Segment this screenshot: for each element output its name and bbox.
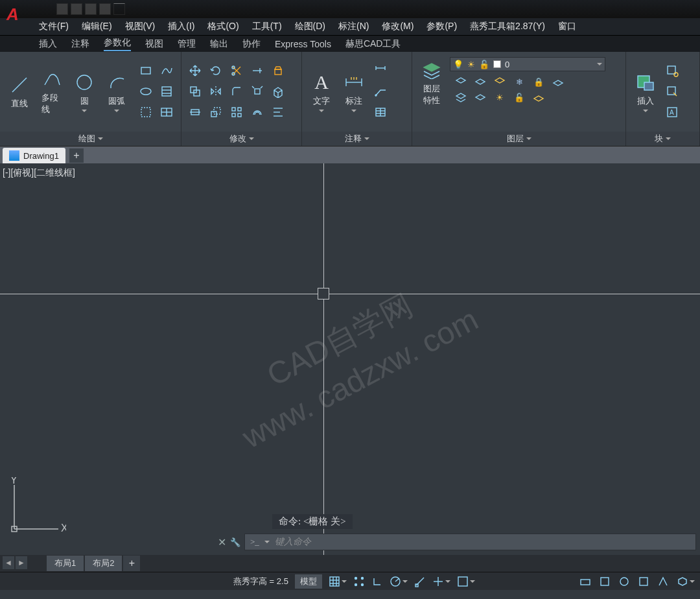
status-anno-icon[interactable]: [657, 576, 669, 587]
command-input[interactable]: >_ 键入命令: [244, 534, 696, 550]
tool-polyline[interactable]: 多段线: [38, 66, 66, 118]
tool-offset-icon[interactable]: [249, 104, 266, 121]
tab-annotate[interactable]: 注释: [71, 38, 89, 50]
tool-hatch-icon[interactable]: [158, 83, 175, 100]
tool-ellipse-icon[interactable]: [137, 83, 154, 100]
new-doc-button[interactable]: +: [69, 148, 84, 163]
layer-walk-icon[interactable]: [473, 91, 487, 104]
text-dropdown-icon[interactable]: [319, 110, 324, 112]
tool-text[interactable]: A 文字: [307, 69, 336, 115]
tab-output[interactable]: 输出: [210, 38, 228, 50]
panel-block-expand-icon[interactable]: [666, 137, 671, 140]
qat-save-icon[interactable]: [85, 3, 97, 15]
tool-dimension[interactable]: 标注: [340, 69, 368, 115]
tool-trim-icon[interactable]: [228, 62, 245, 79]
tool-scale-icon[interactable]: [207, 104, 224, 121]
qat-share-icon[interactable]: [99, 3, 111, 15]
menu-modify[interactable]: 修改(M): [382, 21, 414, 32]
status-ws-icon[interactable]: [638, 576, 649, 587]
panel-draw-expand-icon[interactable]: [98, 137, 103, 140]
qat-new-icon[interactable]: [56, 3, 68, 15]
tool-spline-icon[interactable]: [158, 62, 175, 79]
tool-box-icon[interactable]: [270, 83, 286, 100]
dim-dropdown-icon[interactable]: [351, 110, 356, 112]
qat-open-icon[interactable]: [71, 3, 82, 15]
layer-on-icon[interactable]: [531, 91, 546, 104]
menu-tools[interactable]: 工具(T): [252, 21, 282, 32]
tab-hesi[interactable]: 赫思CAD工具: [345, 38, 401, 50]
tool-mirror-icon[interactable]: [207, 83, 224, 100]
tool-copy-icon[interactable]: [187, 83, 204, 100]
tab-manage[interactable]: 管理: [178, 38, 196, 50]
cmdline-config-icon[interactable]: 🔧: [230, 537, 240, 547]
layer-unlock2-icon[interactable]: 🔓: [512, 91, 526, 104]
tool-circle[interactable]: 圆: [70, 69, 99, 115]
status-ortho-icon[interactable]: [371, 576, 383, 587]
tool-leader-icon[interactable]: [372, 62, 389, 79]
status-lwt-icon[interactable]: [457, 576, 475, 587]
tool-region-icon[interactable]: [137, 104, 154, 121]
viewport-label[interactable]: [-][俯视][二维线框]: [3, 167, 75, 179]
menu-draw[interactable]: 绘图(D): [295, 21, 325, 32]
arc-dropdown-icon[interactable]: [114, 110, 119, 112]
menu-insert[interactable]: 插入(I): [168, 21, 194, 32]
tool-explode-icon[interactable]: [249, 83, 266, 100]
status-grid-icon[interactable]: [329, 576, 347, 587]
status-dyn-icon[interactable]: [579, 576, 591, 587]
status-model-button[interactable]: 模型: [295, 574, 322, 589]
layer-off-icon[interactable]: [551, 75, 565, 88]
tab-insert[interactable]: 插入: [39, 38, 57, 50]
layer-combo-dropdown-icon[interactable]: [597, 63, 602, 65]
tab-view[interactable]: 视图: [145, 38, 163, 50]
cmdline-close-icon[interactable]: ✕: [218, 536, 226, 548]
layout-tab-1[interactable]: 布局1: [47, 556, 84, 571]
tab-express[interactable]: Express Tools: [275, 39, 331, 49]
menu-file[interactable]: 文件(F): [39, 21, 69, 32]
tool-create-block-icon[interactable]: [664, 62, 681, 79]
menu-window[interactable]: 窗口: [558, 21, 576, 32]
tool-rotate-icon[interactable]: [207, 62, 224, 79]
tool-erase-icon[interactable]: [270, 62, 286, 79]
tab-parametric[interactable]: 参数化: [104, 37, 131, 51]
tab-collab[interactable]: 协作: [242, 38, 261, 50]
tool-move-icon[interactable]: [187, 62, 204, 79]
layer-match-icon[interactable]: [454, 75, 468, 88]
tool-layer-properties[interactable]: 图层 特性: [417, 57, 446, 109]
status-otrack-icon[interactable]: [432, 576, 450, 587]
tool-insert-block[interactable]: 插入: [631, 69, 660, 115]
layer-previous-icon[interactable]: [473, 75, 487, 88]
menu-format[interactable]: 格式(O): [207, 21, 239, 32]
tool-mleader-icon[interactable]: [372, 83, 389, 100]
layer-thaw-icon[interactable]: ☀: [493, 91, 507, 104]
layer-freeze-icon[interactable]: ❄: [512, 75, 526, 88]
menu-dimension[interactable]: 标注(N): [338, 21, 369, 32]
tool-rectangle-icon[interactable]: [137, 62, 154, 79]
tool-stretch-icon[interactable]: [187, 104, 204, 121]
tool-align-icon[interactable]: [270, 104, 286, 121]
menu-param[interactable]: 参数(P): [426, 21, 457, 32]
status-text-height[interactable]: 燕秀字高 = 2.5: [233, 576, 288, 587]
tool-table2-icon[interactable]: [372, 104, 389, 121]
layout-tab-2[interactable]: 布局2: [85, 556, 122, 571]
status-sc-icon[interactable]: [618, 576, 630, 587]
tool-array-icon[interactable]: [228, 104, 245, 121]
tool-fillet-icon[interactable]: [228, 83, 245, 100]
tool-edit-block-icon[interactable]: [664, 83, 681, 100]
circle-dropdown-icon[interactable]: [82, 110, 87, 112]
status-polar-icon[interactable]: [390, 576, 408, 587]
tool-attr-icon[interactable]: A: [664, 104, 681, 121]
layer-dropdown[interactable]: 💡 ☀ 🔓 0: [450, 57, 605, 71]
status-osnap-icon[interactable]: [414, 576, 426, 587]
ucs-icon[interactable]: Y X: [8, 477, 66, 535]
drawing-canvas[interactable]: [-][俯视][二维线框] CAD自学网www. cadzxw. com Y X…: [0, 163, 700, 555]
tool-line[interactable]: 直线: [5, 72, 34, 112]
layout-prev-icon[interactable]: ◄: [3, 556, 14, 569]
status-snap-icon[interactable]: [353, 576, 365, 587]
menu-edit[interactable]: 编辑(E): [82, 21, 112, 32]
panel-annotate-expand-icon[interactable]: [364, 137, 369, 140]
menu-view[interactable]: 视图(V): [125, 21, 156, 32]
layout-next-icon[interactable]: ►: [16, 556, 27, 569]
qat-more-icon[interactable]: [113, 3, 125, 15]
layout-add-button[interactable]: +: [123, 556, 140, 571]
insert-dropdown-icon[interactable]: [643, 110, 648, 112]
